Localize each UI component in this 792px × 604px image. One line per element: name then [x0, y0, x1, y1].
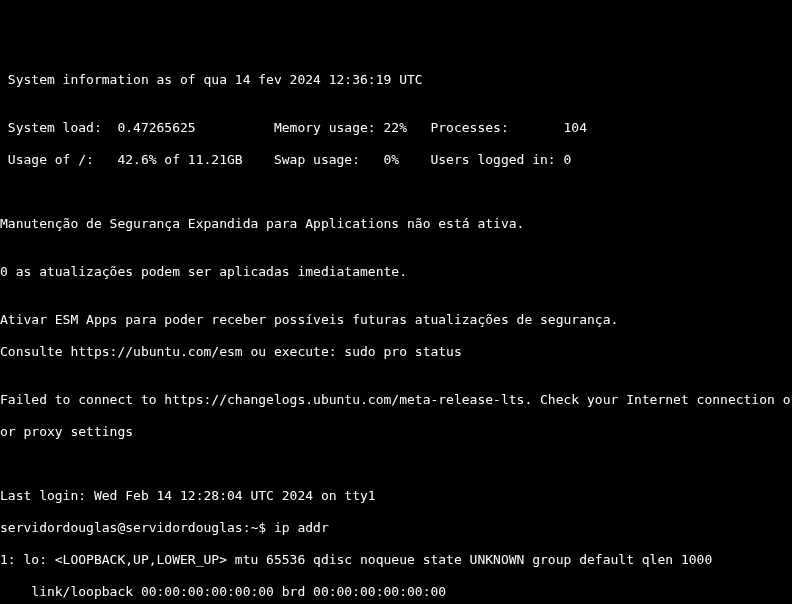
motd-esm-line4: Consulte https://ubuntu.com/esm ou execu…	[0, 344, 792, 360]
motd-stats-row2: Usage of /: 42.6% of 11.21GB Swap usage:…	[0, 152, 792, 168]
motd-fail-line2: or proxy settings	[0, 424, 792, 440]
motd-fail-line1: Failed to connect to https://changelogs.…	[0, 392, 792, 408]
motd-esm-line2: 0 as atualizações podem ser aplicadas im…	[0, 264, 792, 280]
motd-lastlogin: Last login: Wed Feb 14 12:28:04 UTC 2024…	[0, 488, 792, 504]
motd-esm-line3: Ativar ESM Apps para poder receber possí…	[0, 312, 792, 328]
ip-output-line2: link/loopback 00:00:00:00:00:00 brd 00:0…	[0, 584, 792, 600]
motd-sysinfo-header: System information as of qua 14 fev 2024…	[0, 72, 792, 88]
shell-prompt: servidordouglas@servidordouglas:~$	[0, 520, 274, 535]
ip-output-line1: 1: lo: <LOOPBACK,UP,LOWER_UP> mtu 65536 …	[0, 552, 792, 568]
cmd-ip-addr: ip addr	[274, 520, 329, 535]
prompt-line-1[interactable]: servidordouglas@servidordouglas:~$ ip ad…	[0, 520, 792, 536]
motd-esm-line1: Manutenção de Segurança Expandida para A…	[0, 216, 792, 232]
motd-stats-row1: System load: 0.47265625 Memory usage: 22…	[0, 120, 792, 136]
